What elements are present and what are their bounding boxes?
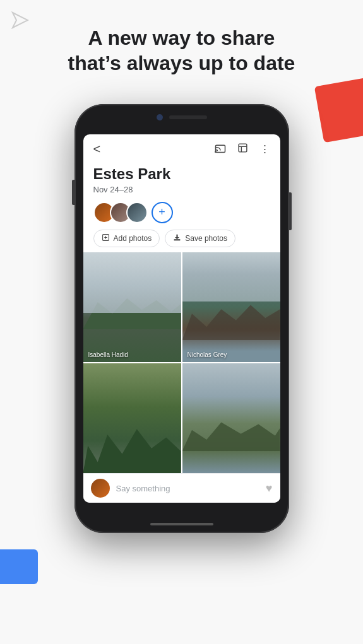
photo-cell-3[interactable] — [83, 363, 181, 473]
avatars-row: + — [83, 197, 280, 227]
svg-rect-3 — [239, 144, 247, 152]
album-date: Nov 24–28 — [93, 185, 270, 194]
comment-placeholder: Say something — [116, 484, 170, 493]
avatar-3[interactable] — [126, 202, 148, 223]
save-photos-button[interactable]: Save photos — [165, 230, 235, 247]
album-info: Estes Park Nov 24–28 — [83, 160, 280, 197]
phone-screen: < — [83, 134, 280, 503]
phone-mockup: < — [74, 104, 289, 533]
save-photos-icon — [173, 233, 181, 243]
comment-bar: Say something ♥ — [83, 473, 280, 503]
add-photos-icon — [102, 233, 110, 243]
user-avatar — [91, 479, 110, 498]
photo-cell-1[interactable]: Isabella Hadid — [83, 252, 181, 362]
home-indicator — [150, 523, 213, 525]
album-title: Estes Park — [93, 165, 270, 184]
photo-cell-4[interactable] — [182, 363, 280, 473]
screen-header: < — [83, 134, 280, 160]
photo-grid: Isabella Hadid Nicholas Grey — [83, 252, 280, 473]
deco-blue-shape — [0, 549, 38, 584]
add-person-button[interactable]: + — [152, 202, 173, 223]
share-album-icon[interactable] — [237, 143, 248, 156]
back-button[interactable]: < — [93, 142, 101, 156]
photo-label-1: Isabella Hadid — [88, 351, 128, 358]
comment-input[interactable]: Say something — [116, 484, 259, 493]
svg-point-2 — [215, 151, 216, 153]
action-buttons: Add photos Save photos — [83, 227, 280, 252]
phone-speaker — [169, 115, 207, 119]
heart-icon[interactable]: ♥ — [266, 482, 273, 495]
headline: A new way to share that’s always up to d… — [0, 25, 363, 76]
more-options-icon[interactable]: ⋮ — [259, 143, 270, 156]
cast-icon[interactable] — [215, 142, 226, 156]
phone-camera — [157, 114, 163, 120]
photo-cell-2[interactable]: Nicholas Grey — [182, 252, 280, 362]
header-icons: ⋮ — [215, 142, 270, 156]
add-photos-button[interactable]: Add photos — [93, 230, 160, 247]
deco-red-shape — [314, 78, 363, 143]
photo-label-2: Nicholas Grey — [187, 351, 227, 358]
